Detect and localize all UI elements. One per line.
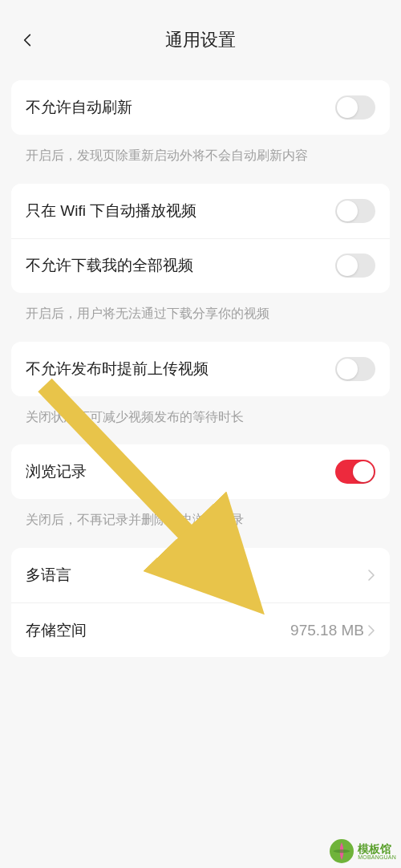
chevron-left-icon <box>19 32 35 48</box>
watermark-cn: 模板馆 <box>358 843 396 854</box>
pre-upload-toggle[interactable] <box>335 357 375 381</box>
history-toggle[interactable] <box>335 460 375 484</box>
language-label: 多语言 <box>26 565 71 586</box>
storage-value: 975.18 MB <box>290 622 364 639</box>
no-download-toggle[interactable] <box>335 254 375 278</box>
no-download-label: 不允许下载我的全部视频 <box>26 255 193 276</box>
no-download-desc: 开启后，用户将无法通过下载分享你的视频 <box>11 293 390 342</box>
wifi-autoplay-row[interactable]: 只在 Wifi 下自动播放视频 <box>11 184 390 238</box>
language-row[interactable]: 多语言 <box>11 548 390 602</box>
history-row[interactable]: 浏览记录 <box>11 444 390 499</box>
page-title: 通用设置 <box>165 28 236 52</box>
wifi-autoplay-toggle[interactable] <box>335 199 375 223</box>
history-label: 浏览记录 <box>26 461 87 482</box>
watermark-logo-icon <box>330 839 354 863</box>
pre-upload-row[interactable]: 不允许发布时提前上传视频 <box>11 342 390 396</box>
wifi-autoplay-label: 只在 Wifi 下自动播放视频 <box>26 201 196 221</box>
auto-refresh-desc: 开启后，发现页除重新启动外将不会自动刷新内容 <box>11 135 390 184</box>
watermark-en: MOBANGUAN <box>358 854 396 860</box>
auto-refresh-label: 不允许自动刷新 <box>26 97 132 118</box>
back-button[interactable] <box>18 30 37 50</box>
auto-refresh-row[interactable]: 不允许自动刷新 <box>11 80 390 135</box>
watermark: 模板馆 MOBANGUAN <box>330 839 396 863</box>
no-download-row[interactable]: 不允许下载我的全部视频 <box>11 238 390 293</box>
storage-row[interactable]: 存储空间 975.18 MB <box>11 602 390 657</box>
chevron-right-icon <box>367 624 375 637</box>
history-desc: 关闭后，不再记录并删除历史浏览记录 <box>11 499 390 548</box>
chevron-right-icon <box>367 569 375 582</box>
auto-refresh-toggle[interactable] <box>335 95 375 120</box>
pre-upload-label: 不允许发布时提前上传视频 <box>26 359 209 379</box>
pre-upload-desc: 关闭状态下可减少视频发布的等待时长 <box>11 396 390 445</box>
storage-label: 存储空间 <box>26 620 87 641</box>
